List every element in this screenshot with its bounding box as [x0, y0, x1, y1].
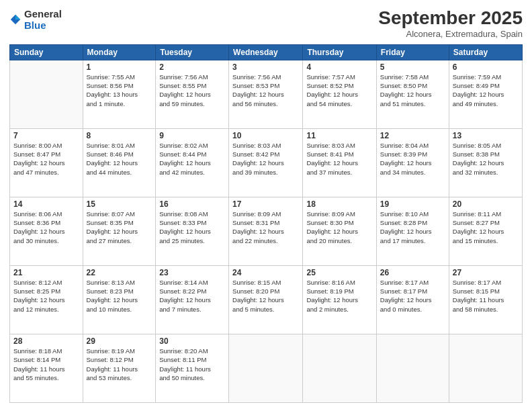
table-row: 15Sunrise: 8:07 AMSunset: 8:35 PMDayligh…: [83, 197, 156, 265]
table-row: 4Sunrise: 7:57 AMSunset: 8:52 PMDaylight…: [303, 60, 376, 128]
day-number: 24: [232, 268, 299, 277]
day-info: Sunrise: 8:02 AMSunset: 8:44 PMDaylight:…: [159, 141, 225, 177]
day-number: 1: [87, 62, 152, 72]
col-thursday: Thursday: [303, 44, 376, 60]
day-info: Sunrise: 8:07 AMSunset: 8:35 PMDaylight:…: [87, 210, 152, 245]
table-row: 17Sunrise: 8:09 AMSunset: 8:31 PMDayligh…: [229, 197, 303, 265]
day-number: 25: [306, 268, 372, 277]
day-number: 3: [232, 62, 299, 72]
table-row: 14Sunrise: 8:06 AMSunset: 8:36 PMDayligh…: [10, 197, 83, 265]
day-info: Sunrise: 8:18 AMSunset: 8:14 PMDaylight:…: [13, 347, 79, 382]
table-row: 25Sunrise: 8:16 AMSunset: 8:19 PMDayligh…: [303, 265, 376, 334]
table-row: 26Sunrise: 8:17 AMSunset: 8:17 PMDayligh…: [376, 265, 449, 334]
day-number: 11: [306, 131, 372, 140]
day-number: 2: [159, 62, 225, 72]
table-row: 1Sunrise: 7:55 AMSunset: 8:56 PMDaylight…: [83, 60, 156, 128]
day-info: Sunrise: 8:19 AMSunset: 8:12 PMDaylight:…: [87, 347, 152, 382]
day-number: 27: [453, 268, 519, 277]
day-info: Sunrise: 8:15 AMSunset: 8:20 PMDaylight:…: [232, 278, 299, 314]
day-info: Sunrise: 8:17 AMSunset: 8:17 PMDaylight:…: [380, 278, 445, 314]
day-info: Sunrise: 8:03 AMSunset: 8:41 PMDaylight:…: [306, 141, 372, 177]
day-number: 23: [159, 268, 225, 277]
calendar-table: Sunday Monday Tuesday Wednesday Thursday…: [9, 44, 523, 403]
table-row: 13Sunrise: 8:05 AMSunset: 8:38 PMDayligh…: [449, 128, 522, 197]
col-saturday: Saturday: [449, 44, 522, 60]
table-row: 20Sunrise: 8:11 AMSunset: 8:27 PMDayligh…: [449, 197, 522, 265]
day-info: Sunrise: 8:01 AMSunset: 8:46 PMDaylight:…: [87, 141, 152, 177]
day-info: Sunrise: 8:20 AMSunset: 8:11 PMDaylight:…: [159, 347, 225, 382]
day-info: Sunrise: 8:09 AMSunset: 8:31 PMDaylight:…: [232, 210, 299, 245]
table-row: 7Sunrise: 8:00 AMSunset: 8:47 PMDaylight…: [10, 128, 83, 197]
day-number: 21: [13, 268, 79, 277]
day-number: 18: [306, 199, 372, 209]
day-info: Sunrise: 8:05 AMSunset: 8:38 PMDaylight:…: [453, 141, 519, 177]
day-number: 5: [380, 62, 445, 72]
table-row: 21Sunrise: 8:12 AMSunset: 8:25 PMDayligh…: [10, 265, 83, 334]
logo-icon: [9, 13, 21, 26]
col-wednesday: Wednesday: [229, 44, 303, 60]
table-row: [303, 334, 376, 402]
table-row: 19Sunrise: 8:10 AMSunset: 8:28 PMDayligh…: [376, 197, 449, 265]
table-row: 2Sunrise: 7:56 AMSunset: 8:55 PMDaylight…: [156, 60, 229, 128]
day-number: 22: [87, 268, 152, 277]
title-block: September 2025 Alconera, Extremadura, Sp…: [378, 8, 523, 39]
location-subtitle: Alconera, Extremadura, Spain: [378, 29, 523, 39]
day-number: 29: [87, 336, 152, 346]
day-number: 19: [380, 199, 445, 209]
day-info: Sunrise: 8:17 AMSunset: 8:15 PMDaylight:…: [453, 278, 519, 314]
table-row: 29Sunrise: 8:19 AMSunset: 8:12 PMDayligh…: [83, 334, 156, 402]
day-number: 14: [13, 199, 79, 209]
day-number: 20: [453, 199, 519, 209]
logo: General Blue: [9, 8, 62, 31]
logo-text: General Blue: [24, 8, 62, 31]
day-number: 10: [232, 131, 299, 140]
day-info: Sunrise: 8:10 AMSunset: 8:28 PMDaylight:…: [380, 210, 445, 245]
day-number: 9: [159, 131, 225, 140]
day-number: 7: [13, 131, 79, 140]
day-number: 17: [232, 199, 299, 209]
day-info: Sunrise: 7:56 AMSunset: 8:55 PMDaylight:…: [159, 73, 225, 108]
table-row: 12Sunrise: 8:04 AMSunset: 8:39 PMDayligh…: [376, 128, 449, 197]
table-row: 30Sunrise: 8:20 AMSunset: 8:11 PMDayligh…: [156, 334, 229, 402]
table-row: 28Sunrise: 8:18 AMSunset: 8:14 PMDayligh…: [10, 334, 83, 402]
table-row: 18Sunrise: 8:09 AMSunset: 8:30 PMDayligh…: [303, 197, 376, 265]
day-info: Sunrise: 8:00 AMSunset: 8:47 PMDaylight:…: [13, 141, 79, 177]
day-info: Sunrise: 7:58 AMSunset: 8:50 PMDaylight:…: [380, 73, 445, 108]
day-number: 30: [159, 336, 225, 346]
day-number: 6: [453, 62, 519, 72]
calendar-body: 1Sunrise: 7:55 AMSunset: 8:56 PMDaylight…: [10, 60, 523, 402]
day-info: Sunrise: 7:57 AMSunset: 8:52 PMDaylight:…: [306, 73, 372, 108]
header: General Blue September 2025 Alconera, Ex…: [9, 8, 523, 39]
table-row: 23Sunrise: 8:14 AMSunset: 8:22 PMDayligh…: [156, 265, 229, 334]
day-number: 8: [87, 131, 152, 140]
day-info: Sunrise: 8:16 AMSunset: 8:19 PMDaylight:…: [306, 278, 372, 314]
table-row: [10, 60, 83, 128]
day-info: Sunrise: 7:59 AMSunset: 8:49 PMDaylight:…: [453, 73, 519, 108]
day-number: 13: [453, 131, 519, 140]
table-row: 8Sunrise: 8:01 AMSunset: 8:46 PMDaylight…: [83, 128, 156, 197]
day-number: 15: [87, 199, 152, 209]
day-info: Sunrise: 8:13 AMSunset: 8:23 PMDaylight:…: [87, 278, 152, 314]
calendar-header: Sunday Monday Tuesday Wednesday Thursday…: [10, 44, 523, 60]
col-tuesday: Tuesday: [156, 44, 229, 60]
logo-general: General: [24, 8, 62, 19]
table-row: 27Sunrise: 8:17 AMSunset: 8:15 PMDayligh…: [449, 265, 522, 334]
table-row: [376, 334, 449, 402]
table-row: 6Sunrise: 7:59 AMSunset: 8:49 PMDaylight…: [449, 60, 522, 128]
day-info: Sunrise: 7:55 AMSunset: 8:56 PMDaylight:…: [87, 73, 152, 108]
day-info: Sunrise: 8:06 AMSunset: 8:36 PMDaylight:…: [13, 210, 79, 245]
month-title: September 2025: [378, 8, 523, 29]
table-row: 9Sunrise: 8:02 AMSunset: 8:44 PMDaylight…: [156, 128, 229, 197]
table-row: [229, 334, 303, 402]
col-sunday: Sunday: [10, 44, 83, 60]
day-number: 28: [13, 336, 79, 346]
page: General Blue September 2025 Alconera, Ex…: [0, 0, 532, 411]
day-info: Sunrise: 8:11 AMSunset: 8:27 PMDaylight:…: [453, 210, 519, 245]
table-row: 22Sunrise: 8:13 AMSunset: 8:23 PMDayligh…: [83, 265, 156, 334]
day-info: Sunrise: 8:14 AMSunset: 8:22 PMDaylight:…: [159, 278, 225, 314]
day-info: Sunrise: 7:56 AMSunset: 8:53 PMDaylight:…: [232, 73, 299, 108]
table-row: 5Sunrise: 7:58 AMSunset: 8:50 PMDaylight…: [376, 60, 449, 128]
table-row: [449, 334, 522, 402]
table-row: 10Sunrise: 8:03 AMSunset: 8:42 PMDayligh…: [229, 128, 303, 197]
table-row: 24Sunrise: 8:15 AMSunset: 8:20 PMDayligh…: [229, 265, 303, 334]
